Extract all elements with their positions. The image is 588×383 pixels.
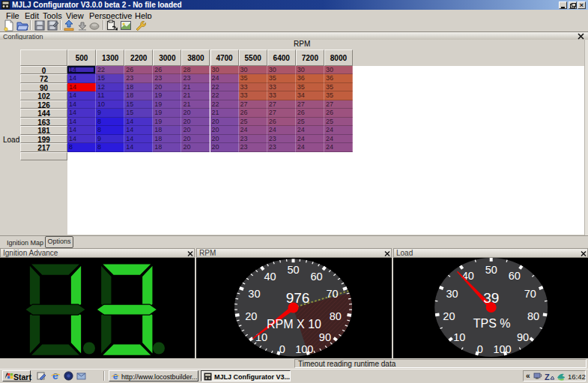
svg-text:70: 70 (327, 288, 339, 300)
svg-text:50: 50 (485, 264, 497, 276)
svg-text:60: 60 (509, 270, 521, 282)
svg-text:60: 60 (310, 271, 322, 283)
svg-text:70: 70 (524, 288, 536, 300)
svg-text:20: 20 (443, 310, 455, 322)
svg-text:80: 80 (330, 310, 342, 322)
svg-text:90: 90 (517, 331, 529, 343)
svg-text:e: e (52, 370, 58, 381)
svg-text:39: 39 (483, 290, 499, 306)
svg-text:TPS %: TPS % (473, 317, 511, 330)
svg-text:100: 100 (295, 343, 313, 355)
svg-text:RPM X 10: RPM X 10 (267, 318, 321, 331)
svg-text:30: 30 (446, 288, 458, 300)
svg-text:50: 50 (287, 264, 299, 276)
svg-text:90: 90 (319, 331, 331, 343)
svg-text:976: 976 (286, 290, 310, 306)
svg-text:40: 40 (462, 270, 474, 282)
svg-text:0: 0 (279, 343, 285, 355)
svg-text:10: 10 (453, 331, 465, 343)
svg-text:e: e (113, 372, 118, 381)
svg-text:20: 20 (245, 310, 257, 322)
svg-text:100: 100 (493, 343, 511, 355)
svg-text:40: 40 (264, 271, 276, 283)
svg-text:Z: Z (545, 373, 550, 381)
svg-text:30: 30 (248, 288, 260, 300)
svg-text:0: 0 (477, 343, 483, 355)
svg-text:80: 80 (527, 310, 539, 322)
